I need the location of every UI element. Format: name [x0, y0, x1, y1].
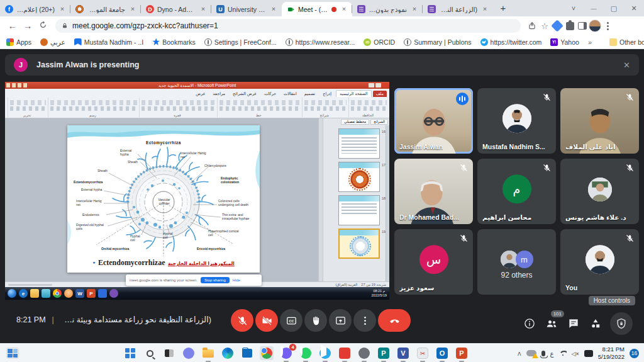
side-panel-icon[interactable] — [576, 20, 589, 32]
close-icon[interactable] — [199, 5, 208, 14]
bookmark-apps[interactable]: Apps — [6, 38, 31, 46]
teams-chat-icon[interactable] — [182, 346, 196, 360]
bookmark-twitter[interactable]: https://twitter.com — [480, 38, 542, 46]
language-indicator[interactable]: ع — [550, 350, 554, 357]
close-icon[interactable] — [340, 5, 348, 14]
share-icon[interactable] — [526, 20, 538, 32]
captions-button[interactable]: CC — [280, 309, 303, 332]
chrome-icon[interactable] — [260, 346, 274, 360]
task-view-icon[interactable] — [162, 346, 176, 360]
bookmark-researchgate[interactable]: https://www.resear... — [286, 38, 355, 46]
snipping-tool-icon[interactable] — [416, 346, 430, 360]
new-tab-button[interactable] — [496, 1, 511, 16]
camera-app-icon[interactable] — [357, 346, 371, 360]
diagram-label: Sheath — [128, 161, 138, 164]
bookmark-freeconf[interactable]: Settings | FreeConf... — [204, 38, 277, 46]
bookmark-star-icon[interactable]: ☆ — [538, 20, 551, 32]
widgets-icon[interactable] — [6, 348, 19, 359]
start-button[interactable] — [123, 346, 137, 360]
tile-jassim-alwan[interactable]: Jassim Alwan — [394, 88, 473, 154]
participants-icon[interactable]: 101 — [544, 316, 559, 331]
whatsapp-icon[interactable] — [299, 346, 313, 360]
volume-muted-icon[interactable] — [572, 350, 579, 357]
raise-hand-button[interactable] — [304, 309, 327, 332]
close-icon[interactable] — [128, 5, 137, 14]
word-icon — [75, 289, 84, 298]
close-window-button[interactable] — [624, 4, 644, 13]
mic-button-muted[interactable] — [231, 309, 253, 332]
bookmark-yahoo[interactable]: Yahoo — [550, 38, 579, 46]
tab-facebook[interactable]: (+20) إعلام كلية الز — [0, 2, 70, 16]
address-bar[interactable]: meet.google.com/gzp-zxck-kcc?authuser=1 — [55, 19, 521, 33]
ribbon-tab-slideshow: عرض الشرائح — [230, 91, 260, 97]
tab-meet-active[interactable]: Meet - (نظيفة) — [282, 2, 352, 16]
participant-grid: Jassim Alwan Mustafa Nadhim S... اياد عل… — [394, 88, 639, 295]
more-options-button[interactable] — [353, 309, 376, 332]
bookmark-orcid[interactable]: ORCID — [364, 38, 395, 46]
slide-thumbnail-row: 19 — [323, 229, 386, 259]
tile-dr-mohamed[interactable]: Dr Mohamed Bad... — [394, 159, 473, 224]
tile-you[interactable]: You — [560, 229, 639, 295]
close-icon[interactable] — [480, 5, 489, 14]
participant-name: سعود عزيز — [399, 284, 434, 291]
close-icon[interactable] — [269, 5, 278, 14]
notification-count-badge[interactable]: 16 — [630, 349, 639, 358]
extensions-puzzle-icon[interactable] — [564, 20, 576, 32]
wifi-icon[interactable] — [559, 351, 567, 356]
powerpoint-icon[interactable] — [455, 346, 469, 360]
bookmark-mustafa[interactable]: Mustafa Nadhim - ..I — [74, 38, 144, 46]
tab-google-form-clean-agriculture[interactable]: (الزراعة النظيفة ن — [423, 2, 493, 16]
bookmark-publons[interactable]: Summary | Publons — [404, 38, 471, 46]
publisher-icon[interactable] — [377, 346, 391, 360]
tile-mahasin[interactable]: م محاسن ابراهيم — [477, 159, 556, 224]
tile-ayad[interactable]: اياد علي الملاف — [560, 88, 639, 154]
mic-in-use-icon[interactable] — [541, 351, 545, 356]
minimize-button[interactable] — [584, 4, 604, 12]
quick-access-toolbar — [6, 83, 28, 88]
start-orb-icon — [8, 289, 16, 298]
file-explorer-icon[interactable] — [201, 346, 215, 360]
tile-92-others[interactable]: m 92 others — [477, 229, 556, 295]
edge-icon[interactable] — [221, 346, 235, 360]
tile-alaa-hashim[interactable]: د. علاء هاشم يونس — [560, 159, 639, 224]
tile-saud-aziz[interactable]: س سعود عزيز — [394, 229, 473, 295]
close-icon[interactable] — [410, 5, 419, 14]
viber-icon[interactable]: 4 — [279, 346, 293, 360]
chat-icon[interactable] — [566, 316, 581, 331]
screen-recorder-icon[interactable] — [338, 346, 352, 360]
back-icon[interactable]: ← — [5, 18, 20, 33]
tile-mustafa-nadhim[interactable]: Mustafa Nadhim S... — [477, 88, 556, 154]
telegram-icon[interactable] — [318, 346, 332, 360]
host-controls-icon[interactable] — [610, 312, 633, 335]
outlook-icon[interactable] — [435, 346, 449, 360]
tray-app-icon[interactable] — [584, 350, 593, 357]
tab-university[interactable]: University of Mo — [211, 2, 282, 16]
bookmarks-overflow-icon[interactable]: » — [588, 38, 592, 46]
activities-icon[interactable] — [588, 316, 603, 331]
maximize-button[interactable] — [604, 4, 624, 13]
other-bookmarks[interactable]: Other bookmarks — [609, 38, 644, 46]
profile-avatar[interactable] — [589, 20, 601, 32]
camera-button-off[interactable] — [255, 309, 278, 332]
tab-mosul-university[interactable]: جامعة الموصل - ا — [70, 2, 141, 16]
visio-icon[interactable] — [396, 346, 410, 360]
close-icon[interactable] — [623, 60, 630, 70]
forward-icon[interactable]: → — [20, 18, 35, 33]
browser-menu-icon[interactable] — [601, 20, 614, 32]
bookmark-bookmarks[interactable]: Bookmarks — [152, 38, 196, 46]
tab-dyno-admin[interactable]: Dyno - Admin Pa — [141, 2, 211, 16]
onedrive-warning-icon[interactable] — [526, 350, 536, 356]
microsoft-store-icon[interactable] — [240, 346, 254, 360]
leave-call-button[interactable] — [378, 309, 411, 332]
present-button[interactable] — [329, 309, 352, 332]
extension-blue-icon[interactable] — [551, 20, 564, 32]
close-icon[interactable] — [58, 5, 67, 14]
tab-search-icon[interactable] — [564, 4, 584, 12]
tray-overflow-icon[interactable] — [518, 350, 521, 357]
taskbar-clock[interactable]: 8:21 PM 5/19/2022 — [598, 346, 625, 361]
tab-google-form-untitled[interactable]: نموذج بدون عنوان — [352, 2, 423, 16]
bookmark-arabic[interactable]: عربي — [40, 38, 65, 46]
search-icon[interactable] — [143, 346, 157, 360]
meeting-details-icon[interactable] — [522, 316, 537, 331]
reload-icon[interactable] — [35, 18, 50, 33]
